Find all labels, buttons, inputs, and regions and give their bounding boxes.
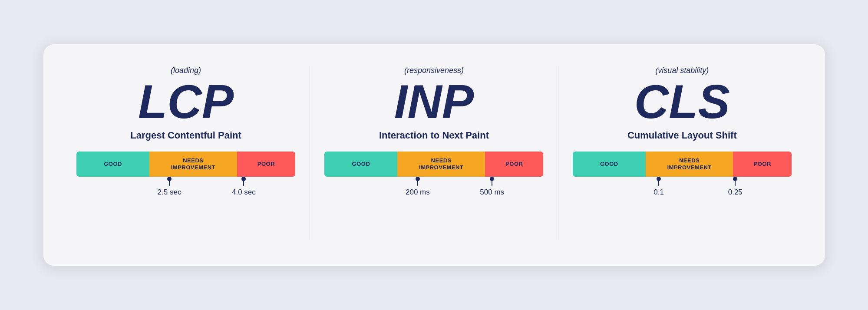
lcp-acronym: LCP <box>138 78 234 125</box>
cls-bar: GOOD NEEDSIMPROVEMENT POOR <box>573 152 792 177</box>
inp-tick-2: 500 ms <box>480 177 504 197</box>
lcp-tick-1-label: 2.5 sec <box>158 188 182 197</box>
cls-good-segment: GOOD <box>573 152 646 177</box>
cls-ticks: 0.1 0.25 <box>573 177 792 198</box>
lcp-tick-1-dot <box>167 177 172 181</box>
inp-tick-1-dot <box>416 177 420 181</box>
inp-tick-2-label: 500 ms <box>480 188 504 197</box>
cls-tick-1-dot <box>657 177 661 181</box>
cls-tick-2-line <box>735 181 736 186</box>
main-card: (loading) LCP Largest Contentful Paint G… <box>43 44 825 266</box>
lcp-bar: GOOD NEEDSIMPROVEMENT POOR <box>76 152 295 177</box>
lcp-needs-segment: NEEDSIMPROVEMENT <box>149 152 237 177</box>
cls-block: (visual stability) CLS Cumulative Layout… <box>573 66 792 198</box>
inp-tick-2-line <box>492 181 492 186</box>
inp-acronym: INP <box>394 78 474 125</box>
divider-1 <box>310 66 310 240</box>
lcp-tick-2-label: 4.0 sec <box>232 188 256 197</box>
lcp-block: (loading) LCP Largest Contentful Paint G… <box>76 66 295 198</box>
cls-acronym: CLS <box>634 78 730 125</box>
cls-needs-segment: NEEDSIMPROVEMENT <box>646 152 733 177</box>
cls-tick-1: 0.1 <box>653 177 664 197</box>
lcp-tick-2-line <box>243 181 244 186</box>
cls-tick-2-dot <box>733 177 737 181</box>
inp-good-segment: GOOD <box>324 152 397 177</box>
inp-tick-1: 200 ms <box>406 177 430 197</box>
lcp-subtitle: (loading) <box>171 66 201 75</box>
lcp-fullname: Largest Contentful Paint <box>130 130 241 141</box>
lcp-ticks: 2.5 sec 4.0 sec <box>76 177 295 198</box>
cls-poor-segment: POOR <box>733 152 791 177</box>
inp-bar: GOOD NEEDSIMPROVEMENT POOR <box>324 152 543 177</box>
cls-tick-1-label: 0.1 <box>653 188 664 197</box>
inp-block: (responsiveness) INP Interaction to Next… <box>324 66 543 198</box>
cls-tick-2: 0.25 <box>728 177 743 197</box>
lcp-good-segment: GOOD <box>76 152 149 177</box>
inp-poor-segment: POOR <box>485 152 543 177</box>
inp-tick-1-line <box>417 181 418 186</box>
lcp-tick-2-dot <box>241 177 246 181</box>
lcp-tick-2: 4.0 sec <box>232 177 256 197</box>
inp-subtitle: (responsiveness) <box>404 66 464 75</box>
divider-2 <box>558 66 558 240</box>
lcp-poor-segment: POOR <box>237 152 295 177</box>
inp-tick-2-dot <box>490 177 494 181</box>
inp-fullname: Interaction to Next Paint <box>379 130 489 141</box>
cls-tick-2-label: 0.25 <box>728 188 743 197</box>
cls-fullname: Cumulative Layout Shift <box>627 130 737 141</box>
lcp-tick-1-line <box>169 181 170 186</box>
inp-needs-segment: NEEDSIMPROVEMENT <box>397 152 485 177</box>
lcp-tick-1: 2.5 sec <box>158 177 182 197</box>
inp-ticks: 200 ms 500 ms <box>324 177 543 198</box>
cls-subtitle: (visual stability) <box>655 66 709 75</box>
cls-tick-1-line <box>658 181 659 186</box>
inp-tick-1-label: 200 ms <box>406 188 430 197</box>
